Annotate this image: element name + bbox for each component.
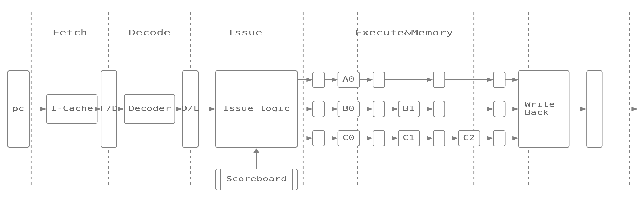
latch-c2in	[433, 130, 445, 146]
label-decoder: Decoder	[128, 104, 171, 112]
stage-decode: Decode	[129, 28, 171, 37]
latch-a2	[433, 72, 445, 88]
latch-a1	[373, 72, 385, 88]
latch-wb-a	[493, 72, 505, 88]
stage-execmem: Execute&Memory	[355, 28, 453, 37]
latch-issue-b	[313, 101, 324, 117]
label-b0: B0	[342, 104, 355, 112]
latch-issue-a	[313, 72, 324, 88]
label-wb1: Write	[525, 100, 555, 108]
label-issuelogic: Issue logic	[223, 104, 290, 112]
label-wb2: Back	[525, 108, 549, 116]
pipeline-diagram: Fetch Decode Issue Execute&Memory Commit…	[0, 0, 644, 210]
latch-c1in	[373, 130, 385, 146]
stage-issue: Issue	[227, 28, 262, 37]
latch-issue-c	[313, 130, 324, 146]
latch-wb-b	[493, 101, 505, 117]
label-c0: C0	[342, 134, 355, 142]
label-c1: C1	[403, 134, 415, 142]
label-c2: C2	[463, 134, 475, 142]
latch-b2	[433, 101, 445, 117]
label-b1: B1	[403, 104, 415, 112]
label-de: D/E	[181, 104, 200, 112]
block-commitreg	[587, 70, 602, 148]
stage-fetch: Fetch	[52, 28, 88, 37]
label-a0: A0	[342, 75, 355, 83]
latch-b1in	[373, 101, 385, 117]
label-pc: pc	[12, 104, 24, 112]
latch-wb-c	[493, 130, 505, 146]
label-fd: F/D	[100, 104, 118, 112]
label-icache: I-Cache	[51, 104, 93, 112]
label-scoreboard: Scoreboard	[226, 175, 287, 183]
